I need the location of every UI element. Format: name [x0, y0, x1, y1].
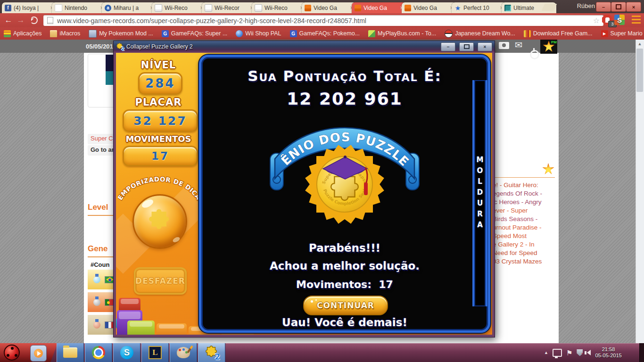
frame-side-tab[interactable]: MOLDURA	[472, 80, 487, 306]
taskbar-paint[interactable]	[170, 343, 197, 362]
game-maximize-button[interactable]	[459, 42, 474, 51]
s-extension-icon[interactable]: S	[614, 15, 625, 25]
bookmark-gamefaqs-pokemon[interactable]: GGameFAQs: Pokemo...	[290, 30, 360, 37]
tab-video-games-1[interactable]: Video Ga ×	[302, 2, 356, 13]
total-score-value: 12 202 961	[201, 89, 488, 108]
bookmark-label: MyPlayBus.com - To...	[378, 30, 436, 37]
game-window-title: Collapse! Puzzle Gallery 2	[126, 43, 437, 50]
back-button[interactable]: ←	[3, 15, 14, 26]
reload-button[interactable]	[28, 15, 40, 26]
network-icon[interactable]	[553, 349, 562, 357]
taskbar-chrome[interactable]	[85, 343, 112, 362]
page-link-line[interactable]: 03 Crystal Mazes	[493, 257, 557, 266]
tab-facebook[interactable]: f (4) Isoya | ×	[2, 2, 57, 13]
vgr-favicon	[355, 5, 361, 11]
bookmark-gamefaqs-super[interactable]: GGameFAQs: Super ...	[162, 30, 228, 37]
page-link-line[interactable]: ever - Super	[493, 206, 557, 215]
browser-profile-name[interactable]: Rúben	[577, 2, 595, 9]
paint-palette-icon	[177, 347, 190, 358]
taskbar-clock[interactable]: 21:58 05-05-2015	[595, 346, 621, 359]
page-link-line[interactable]: ic Heroes - Angry	[493, 198, 557, 206]
bookmark-star-icon[interactable]: ☆	[593, 16, 600, 25]
vgr-star-logo-small	[540, 161, 556, 177]
window-close-button[interactable]: ×	[626, 2, 641, 12]
bookmark-apps[interactable]: Aplicações	[4, 30, 41, 37]
best-solution-text: Achou a melhor solução.	[201, 260, 488, 272]
bookmark-wii-shop[interactable]: Wii Shop PAL	[236, 30, 281, 37]
page-link-line[interactable]: egends Of Rock -	[493, 189, 557, 198]
undo-button[interactable]: DESFAZER	[134, 267, 187, 295]
bookmark-mario-sunshine[interactable]: ▶Super Mario Sunshi...	[601, 30, 644, 37]
page-link-line[interactable]: e Gallery 2 - In	[493, 240, 557, 249]
puzzle-genius-medal: GÊNIO DOS PUZZLES Super Puzzle Collapse	[264, 108, 425, 231]
url-text[interactable]: www.video-games-records.com/super-collap…	[57, 17, 589, 25]
page-icon	[47, 17, 53, 24]
browser-menu-icon[interactable]	[632, 16, 641, 24]
tab-video-games-active[interactable]: Video Ga ×	[352, 2, 406, 13]
hint-timer-ball[interactable]	[132, 194, 187, 249]
tab-video-games-3[interactable]: Video Ga ×	[402, 2, 456, 13]
gold-medal-icon	[93, 276, 100, 283]
tab-perfect10[interactable]: ★ Perfect 10 ×	[452, 2, 506, 13]
tab-nintendo[interactable]: Nintendo ×	[52, 2, 107, 13]
taskbar-media-player[interactable]	[30, 345, 47, 362]
vgr-favicon	[405, 5, 411, 11]
star-icon	[542, 163, 554, 175]
apps-grid-icon	[4, 30, 11, 37]
pokemon-mod-icon	[89, 30, 97, 38]
scrollbar-thumb[interactable]	[636, 49, 643, 92]
tab-label: Wii-Reco	[165, 5, 198, 11]
page-link-line[interactable]: e! - Guitar Hero:	[493, 181, 557, 189]
power-icon[interactable]	[530, 50, 539, 59]
game-close-button[interactable]: ×	[478, 42, 492, 51]
start-button[interactable]	[4, 345, 20, 361]
bookmark-pokemon-mod[interactable]: My Pokemon Mod ...	[89, 30, 153, 38]
bookmark-imacros[interactable]: iMacros	[50, 30, 80, 37]
continue-button[interactable]: CONTINUAR	[303, 296, 388, 315]
wow-text: Uau! Você é demais!	[201, 316, 488, 329]
reload-icon	[30, 16, 38, 24]
volume-icon[interactable]	[587, 350, 591, 355]
tab-wii-records-1[interactable]: Wii-Reco ×	[152, 2, 206, 13]
show-desktop-button[interactable]	[639, 343, 644, 362]
desktop: f (4) Isoya | × Nintendo × a Miharu | a …	[0, 0, 644, 362]
page-link-line[interactable]: Need for Speed	[493, 249, 557, 257]
mail-icon[interactable]: ✉	[515, 41, 522, 49]
scrollbar-up-arrow[interactable]: ▲	[636, 41, 644, 48]
taskbar-collapse-game[interactable]: 2	[198, 343, 225, 362]
bookmark-label: Aplicações	[13, 30, 41, 37]
taskbar-league-of-legends[interactable]: L	[141, 343, 169, 362]
game-window[interactable]: 2 Collapse! Puzzle Gallery 2 – × NÍVEL 2…	[113, 41, 495, 337]
game-minimize-button[interactable]: –	[441, 42, 455, 51]
taskbar-skype[interactable]: S	[113, 343, 140, 362]
tray-expand-arrow[interactable]: ▲	[544, 350, 548, 355]
bookmark-label: GameFAQs: Pokemo...	[299, 30, 360, 37]
game-title-bar[interactable]: 2 Collapse! Puzzle Gallery 2 – ×	[114, 41, 495, 52]
page-favicon	[255, 4, 262, 12]
tab-wii-records-2[interactable]: Wii-Recor ×	[202, 2, 256, 13]
page-link-line[interactable]: Birds Seasons -	[493, 215, 557, 223]
site-logo[interactable]: PM	[540, 40, 557, 54]
action-center-flag-icon[interactable]: ⚑	[566, 349, 572, 356]
tab-miharu[interactable]: a Miharu | a ×	[102, 2, 157, 13]
system-tray: ▲ ⚑ 21:58 05-05-2015	[542, 343, 639, 362]
taskbar-explorer[interactable]	[57, 343, 84, 362]
window-minimize-button[interactable]: –	[596, 2, 611, 12]
camera-icon[interactable]	[499, 42, 509, 49]
bookmark-myplaybus[interactable]: MyPlayBus.com - To...	[368, 30, 436, 37]
pm-badge: PM	[551, 40, 557, 44]
bookmark-japanese-dream[interactable]: Japanese Dream Wo...	[445, 30, 515, 38]
folder-icon	[63, 347, 77, 358]
forward-button[interactable]: →	[15, 15, 26, 26]
tab-wii-records-3[interactable]: Wii-Reco ×	[252, 2, 306, 13]
page-link-line[interactable]: urnout Paradise -	[493, 223, 557, 232]
play-icon	[34, 349, 43, 358]
security-alert-icon[interactable]	[577, 349, 583, 356]
bookmark-download-games[interactable]: Download Free Gam...	[524, 30, 593, 37]
page-link-line[interactable]: Speed Most	[493, 232, 557, 240]
bookmark-label: My Pokemon Mod ...	[99, 30, 153, 37]
url-bar[interactable]: www.video-games-records.com/super-collap…	[43, 15, 603, 26]
clock-date: 05-05-2015	[595, 353, 621, 359]
window-maximize-button[interactable]	[611, 2, 626, 12]
bookmark-label: Download Free Gam...	[533, 30, 593, 37]
